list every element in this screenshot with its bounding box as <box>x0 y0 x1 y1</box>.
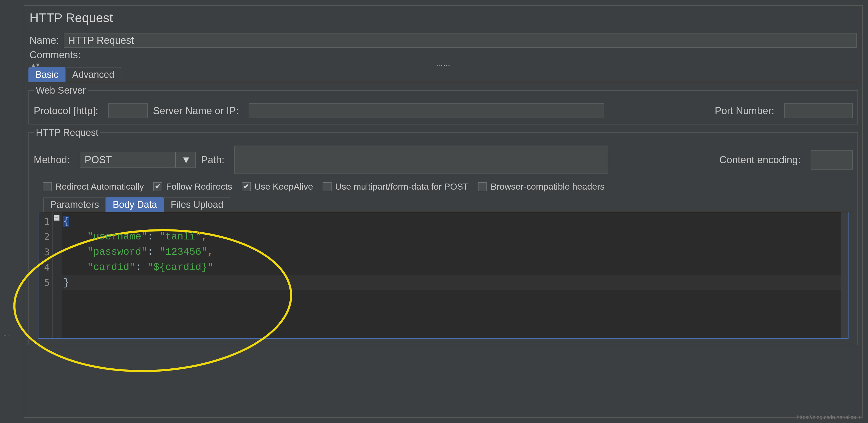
drag-dots-icon[interactable]: ⋯⋯⋯ <box>435 62 451 68</box>
watermark-text: https://blog.csdn.net/alice_tl <box>797 414 862 420</box>
encoding-input[interactable] <box>811 150 853 170</box>
path-label: Path: <box>201 154 224 166</box>
web-server-group: Web Server Protocol [http]: Server Name … <box>28 85 858 124</box>
fold-minus-icon[interactable]: − <box>54 215 60 221</box>
panel-title: HTTP Request <box>24 6 862 31</box>
checkbox-icon <box>478 182 487 191</box>
method-select[interactable]: POST ▼ <box>80 152 196 168</box>
check-redirect-auto[interactable]: Redirect Automatically <box>43 181 144 192</box>
check-follow-redirects[interactable]: Follow Redirects <box>153 181 232 192</box>
server-name-input[interactable] <box>249 103 604 118</box>
tab-basic[interactable]: Basic <box>28 67 65 82</box>
method-label: Method: <box>34 154 70 166</box>
name-row: Name: <box>30 33 857 48</box>
split-handle[interactable]: ▲▼ ⋯⋯⋯ <box>24 62 862 66</box>
fold-column: − <box>53 212 62 338</box>
check-browser-compat[interactable]: Browser-compatible headers <box>478 181 604 192</box>
comments-row: Comments: <box>30 49 857 61</box>
body-tabs: Parameters Body Data Files Upload <box>43 197 853 212</box>
http-request-panel: HTTP Request Name: Comments: ▲▼ ⋯⋯⋯ Basi… <box>24 5 863 418</box>
comments-label: Comments: <box>30 49 81 61</box>
checkbox-icon <box>322 182 332 191</box>
web-server-legend: Web Server <box>34 85 88 96</box>
port-input[interactable] <box>784 103 853 118</box>
protocol-label: Protocol [http]: <box>34 105 98 117</box>
checkbox-icon <box>242 182 251 191</box>
check-keepalive[interactable]: Use KeepAlive <box>242 181 313 192</box>
port-label: Port Number: <box>715 105 774 117</box>
collapse-icon[interactable]: ▲▼ <box>31 62 39 68</box>
editor-scrollbar[interactable] <box>841 212 848 338</box>
body-data-editor[interactable]: 12345 − { "username": "tanli", "password… <box>38 212 848 339</box>
tab-body-data[interactable]: Body Data <box>106 197 164 212</box>
check-multipart[interactable]: Use multipart/form-data for POST <box>322 181 468 192</box>
path-input[interactable] <box>235 146 608 174</box>
left-grip-icon[interactable]: ⋮⋮ <box>3 327 9 339</box>
tab-parameters[interactable]: Parameters <box>43 197 106 212</box>
name-input[interactable] <box>64 33 857 48</box>
main-tabs: Basic Advanced <box>28 67 858 82</box>
protocol-input[interactable] <box>108 103 148 118</box>
tab-files-upload[interactable]: Files Upload <box>164 197 230 212</box>
checkbox-icon <box>153 182 162 191</box>
code-area[interactable]: { "username": "tanli", "password": "1234… <box>62 212 841 338</box>
server-name-label: Server Name or IP: <box>153 105 239 117</box>
method-value: POST <box>85 154 112 166</box>
checkbox-icon <box>43 182 52 191</box>
encoding-label: Content encoding: <box>719 154 801 166</box>
checkbox-row: Redirect Automatically Follow Redirects … <box>43 181 853 192</box>
line-number-gutter: 12345 <box>38 212 53 338</box>
name-label: Name: <box>30 35 59 46</box>
chevron-down-icon: ▼ <box>176 152 191 167</box>
http-request-group: HTTP Request Method: POST ▼ Path: Conten… <box>28 127 858 345</box>
http-request-legend: HTTP Request <box>34 127 100 138</box>
tab-advanced[interactable]: Advanced <box>65 67 121 82</box>
